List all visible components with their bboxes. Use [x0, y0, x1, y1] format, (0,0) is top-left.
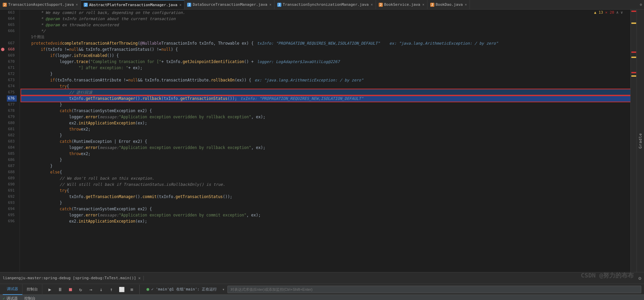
debug-frames-btn[interactable]: ⬜	[117, 285, 126, 294]
close-icon[interactable]: ×	[371, 3, 373, 6]
right-sidebar	[630, 10, 636, 272]
debug-tabs: 调试器 控制台	[3, 284, 42, 295]
status-info: 调试器 控制台	[6, 296, 36, 300]
code-line-675: // 进行回滚	[21, 89, 630, 95]
debug-more-btn[interactable]: ≡	[127, 285, 137, 294]
breakpoint-column	[0, 10, 5, 272]
code-line-667: protected void completeTransactionAfterT…	[21, 40, 630, 46]
tab-book-service[interactable]: J BookService.java ×	[376, 0, 428, 10]
code-line-668: if (txInfo != null && txInfo.getTransact…	[21, 46, 630, 52]
code-line-663: * We may commit or roll back, depending …	[21, 10, 630, 16]
tab-label: AbstractPlatformTransactionManager.java	[89, 3, 177, 7]
code-line-687: }	[21, 163, 630, 169]
tab-sync-manager[interactable]: J TransactionSynchronizationManager.java…	[275, 0, 376, 10]
code-line-690: // Will still roll back if TransactionSt…	[21, 181, 630, 188]
thread-status-indicator	[146, 288, 149, 291]
code-line-688: else {	[21, 169, 630, 175]
scroll-warning-marker	[631, 22, 636, 24]
nav-down-icon[interactable]: ∨	[620, 10, 623, 15]
debug-step-over-btn[interactable]: →	[86, 285, 96, 294]
tab-label: BookDao.java	[436, 2, 463, 7]
code-line-683: catch (RuntimeException | Error ex2) {	[21, 138, 630, 145]
debug-status-bar: 调试器 控制台 ▶ ⏸ ⏹ ↻ → ↓ ↑ ⬜ ≡ ✓ 'main'@1 在组'…	[0, 284, 644, 295]
debug-resume-btn[interactable]: ▶	[45, 285, 55, 294]
tab-bar: J TransactionAspectSupport.java × J Abst…	[0, 0, 644, 10]
scroll-error-marker	[631, 11, 636, 12]
code-line-682: }	[21, 132, 630, 138]
close-icon[interactable]: ×	[422, 3, 424, 6]
thread-info: ✓ 'main'@1 在组'main': 正在运行	[144, 287, 220, 292]
tab-icon-orange: J	[379, 3, 383, 7]
close-icon[interactable]: ×	[76, 3, 78, 6]
close-icon[interactable]: ×	[179, 3, 181, 7]
tab-datasource[interactable]: J DataSourceTransactionManager.java ×	[184, 0, 275, 10]
scroll-error-marker2	[631, 51, 636, 53]
code-line-684: logger. error ( message: "Application ex…	[21, 145, 630, 151]
thread-label: ✓ 'main'@1 在组'main': 正在运行	[151, 287, 217, 292]
debug-stop-btn[interactable]: ⏹	[66, 285, 75, 294]
error-badge: ✕ 20	[605, 10, 614, 15]
code-line-670: logger. trace ( "Completing transaction …	[21, 59, 630, 65]
code-line-669: if (logger. isTraceEnabled ()) {	[21, 52, 630, 59]
close-icon[interactable]: ×	[465, 3, 467, 6]
code-line-680: ex2. initApplicationException (ex);	[21, 120, 630, 126]
status-bar: ✓ 调试器 控制台	[0, 295, 644, 300]
tab-transaction-aspect[interactable]: J TransactionAspectSupport.java ×	[0, 0, 81, 10]
debug-tab-console[interactable]: 控制台	[23, 284, 42, 295]
main-area: ▲ 13 ✕ 20 ∧ ∨	[0, 10, 644, 272]
tab-abstract-platform[interactable]: J AbstractPlatformTransactionManager.jav…	[81, 0, 184, 10]
nav-up-icon[interactable]: ∧	[616, 10, 619, 15]
code-line-665: * @param ex throwable encountered	[21, 22, 630, 28]
debug-toolbar-section: lianpengju-master:spring-debug [spring-d…	[3, 276, 144, 281]
debug-rerun-btn[interactable]: ↻	[76, 285, 85, 294]
debug-step-out-btn[interactable]: ↑	[107, 285, 116, 294]
code-lines[interactable]: * We may commit or roll back, depending …	[20, 10, 630, 272]
code-line-666: */	[21, 28, 630, 34]
debug-step-into-btn[interactable]: ↓	[96, 285, 106, 294]
close-debug-icon[interactable]: ×	[138, 276, 141, 281]
code-line-672: }	[21, 71, 630, 77]
code-line-671: "] after exception: " + ex);	[21, 65, 630, 71]
code-line-691: try {	[21, 188, 630, 194]
debug-pause-btn[interactable]: ⏸	[55, 285, 65, 294]
tab-book-dao[interactable]: J BookDao.java ×	[428, 0, 470, 10]
debug-title: lianpengju-master:spring-debug [spring-d…	[3, 276, 136, 280]
hint-line: 1个用法	[21, 34, 630, 40]
tab-label: TransactionSynchronizationManager.java	[283, 2, 369, 7]
close-icon[interactable]: ×	[269, 3, 271, 6]
tab-icon-blue: J	[187, 3, 191, 7]
tab-label: DataSourceTransactionManager.java	[193, 2, 267, 7]
line-numbers: 663 664 665 666 667 668 669 670 671 672 …	[5, 10, 20, 272]
code-line-679: logger. error ( message: "Application ex…	[21, 114, 630, 120]
tab-right-actions: ⚙	[638, 2, 644, 7]
code-line-673: if (txInfo.transactionAttribute != null …	[21, 77, 630, 83]
code-line-674: try {	[21, 83, 630, 89]
code-line-677: }	[21, 102, 630, 108]
tab-label: TransactionAspectSupport.java	[8, 2, 74, 7]
code-line-678: catch (TransactionSystemException ex2) {	[21, 108, 630, 114]
scroll-warning-marker2	[631, 57, 636, 58]
code-line-695: logger. error ( message: "Application ex…	[21, 212, 630, 218]
debug-tab-debugger[interactable]: 调试器	[3, 284, 23, 295]
gradle-panel[interactable]: Gradle	[636, 10, 644, 272]
tab-icon-blue: J	[84, 3, 88, 7]
code-line-664: * @param txInfo information about the cu…	[21, 16, 630, 22]
code-line-696: ex2. initApplicationException (ex);	[21, 218, 630, 224]
filter-icon[interactable]: ▾	[222, 287, 225, 292]
code-line-681: throw ex2;	[21, 126, 630, 132]
debug-toolbar: lianpengju-master:spring-debug [spring-d…	[0, 272, 644, 284]
gear-icon[interactable]: ⚙	[640, 2, 642, 7]
scroll-warning-marker3	[631, 75, 636, 77]
editor-header-right: ▲ 13 ✕ 20 ∧ ∨	[594, 10, 623, 15]
debug-expression-input[interactable]	[227, 286, 641, 293]
settings-icon[interactable]: ⚙	[639, 275, 641, 281]
tab-icon-orange: J	[3, 3, 7, 7]
code-line-692: txInfo. getTransactionManager (). commit…	[21, 194, 630, 200]
code-line-689: // We don't roll back on this exception.	[21, 175, 630, 181]
code-line-685: throw ex2;	[21, 151, 630, 157]
gradle-label: Gradle	[638, 133, 643, 149]
code-line-686: }	[21, 157, 630, 163]
tab-label: BookService.java	[384, 2, 420, 7]
breakpoint-marker[interactable]	[1, 48, 4, 51]
warning-badge: ▲ 13	[594, 10, 603, 15]
